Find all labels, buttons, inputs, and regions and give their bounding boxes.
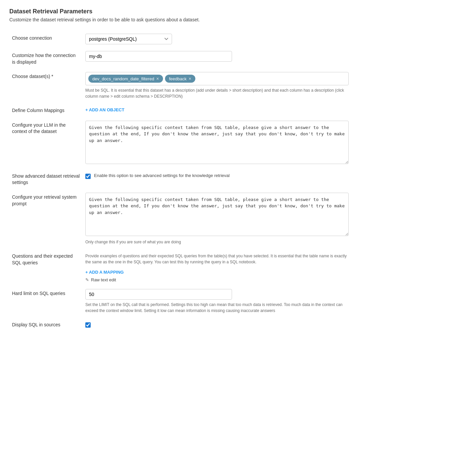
hard-limit-input[interactable] xyxy=(85,289,232,300)
dataset-tag-1-label: feedback xyxy=(169,76,187,81)
hard-limit-label: Hard limit on SQL queries xyxy=(9,286,83,317)
page-subtitle: Customize the dataset retrieval settings… xyxy=(9,17,467,22)
retrieval-prompt-textarea[interactable]: Given the following specific context tak… xyxy=(85,193,349,236)
hard-limit-hint: Set the LIMIT on the SQL call that is pe… xyxy=(85,302,349,314)
retrieval-hint: Only change this if you are sure of what… xyxy=(85,239,349,245)
customize-display-label: Customize how the connection is displaye… xyxy=(9,48,83,69)
raw-text-edit-icon: ✎ xyxy=(85,277,89,282)
display-sql-checkbox[interactable] xyxy=(85,322,91,328)
choose-connection-label: Choose connection xyxy=(9,30,83,48)
raw-text-edit-link[interactable]: Raw text edit xyxy=(91,277,116,282)
show-advanced-label: Show advanced dataset retrieval settings xyxy=(9,168,83,189)
add-object-link[interactable]: + ADD AN OBJECT xyxy=(85,107,124,112)
dataset-tag-1[interactable]: feedback × xyxy=(165,75,195,83)
retrieval-system-label: Configure your retrieval system prompt xyxy=(9,189,83,248)
questions-sql-hint: Provide examples of questions and their … xyxy=(85,253,349,265)
configure-llm-label: Configure your LLM in the context of the… xyxy=(9,117,83,168)
questions-sql-label: Questions and their expected SQL queries xyxy=(9,248,83,286)
add-mapping-link[interactable]: + ADD A MAPPING xyxy=(85,270,124,275)
dataset-tag-0[interactable]: dev_docs_random_date_filtered × xyxy=(88,75,163,83)
define-column-label: Define Column Mappings xyxy=(9,103,83,117)
dataset-tag-0-close[interactable]: × xyxy=(156,76,159,81)
dataset-tag-1-close[interactable]: × xyxy=(189,76,191,81)
page-title: Dataset Retrieval Parameters xyxy=(9,8,467,15)
display-input[interactable] xyxy=(85,51,232,62)
dataset-hint: Must be SQL. It is essential that this d… xyxy=(85,87,349,99)
dataset-selector[interactable]: dev_docs_random_date_filtered × feedback… xyxy=(85,72,349,85)
dataset-tag-0-label: dev_docs_random_date_filtered xyxy=(92,76,154,81)
connection-select[interactable]: postgres (PostgreSQL) mysql (MySQL) sqli… xyxy=(85,34,172,44)
advanced-checkbox-label: Enable this option to see advanced setti… xyxy=(94,173,230,178)
choose-datasets-label: Choose dataset(s) * xyxy=(9,69,83,103)
display-sql-label: Display SQL in sources xyxy=(9,317,83,332)
llm-prompt-textarea[interactable]: Given the following specific context tak… xyxy=(85,121,349,164)
advanced-checkbox[interactable] xyxy=(85,174,91,179)
